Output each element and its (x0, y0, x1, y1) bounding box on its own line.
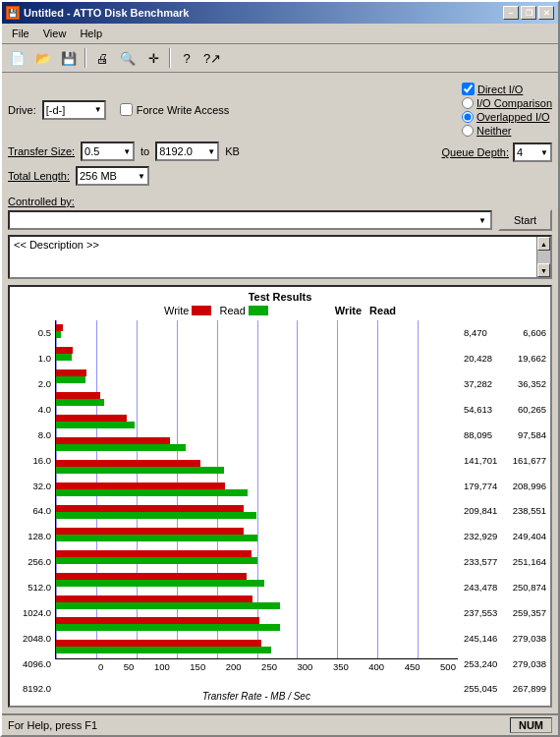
col-read-header: Read (369, 305, 396, 316)
total-length-row: Total Length: 256 MB ▼ (8, 166, 552, 186)
preview-button[interactable]: 🔍 (116, 47, 140, 69)
value-row: 233,577251,164 (464, 556, 546, 567)
read-bar (56, 444, 186, 451)
direct-io-label: Direct I/O (477, 84, 523, 95)
value-row: 209,841238,551 (464, 505, 546, 516)
io-comparison-option: I/O Comparison (462, 97, 552, 109)
description-box: << Description >> ▲ ▼ (8, 235, 552, 279)
read-bar (56, 376, 85, 383)
write-legend-item: Write (164, 305, 211, 316)
drive-value: [-d-] (46, 104, 66, 116)
overlapped-io-radio[interactable] (462, 111, 474, 123)
scroll-down-button[interactable]: ▼ (537, 263, 550, 277)
queue-depth-arrow-icon: ▼ (536, 148, 548, 157)
read-bar (56, 422, 135, 428)
about-button[interactable]: ?↗ (200, 47, 224, 69)
queue-depth-select[interactable]: 4 ▼ (513, 142, 552, 162)
to-select[interactable]: 8192.0 ▼ (155, 142, 219, 161)
read-value: 60,265 (518, 404, 546, 415)
kb-label: KB (225, 145, 240, 157)
from-select[interactable]: 0.5 ▼ (81, 142, 135, 161)
statusbar: For Help, press F1 NUM (2, 713, 558, 735)
neither-radio[interactable] (462, 125, 474, 137)
bar-row (56, 594, 458, 611)
minimize-button[interactable]: − (503, 6, 519, 20)
write-value: 232,929 (464, 531, 497, 541)
read-legend-color (249, 306, 268, 315)
save-button[interactable]: 💾 (57, 47, 81, 69)
bar-row (56, 548, 458, 566)
read-bar (56, 512, 256, 519)
neither-option: Neither (462, 125, 552, 137)
menu-help[interactable]: Help (74, 26, 108, 41)
force-write-label: Force Write Access (137, 104, 230, 116)
write-bar (56, 482, 225, 489)
bar-row (56, 526, 458, 543)
read-bar (56, 331, 61, 338)
value-row: 237,553259,357 (464, 607, 546, 618)
read-bar (56, 580, 264, 587)
write-value: 54,613 (464, 404, 492, 415)
scroll-track (537, 251, 550, 263)
read-value: 279,038 (513, 658, 546, 669)
x-axis: 050100150200250300350400450500 (55, 659, 458, 689)
controlled-by-input[interactable]: ▼ (8, 210, 492, 230)
menubar: File View Help (2, 24, 558, 44)
write-bar (56, 528, 244, 535)
read-bar (56, 624, 280, 631)
write-bar (56, 347, 73, 354)
total-length-select[interactable]: 256 MB ▼ (76, 166, 149, 186)
start-button[interactable]: Start (498, 209, 552, 231)
read-value: 208,996 (513, 481, 546, 491)
menu-file[interactable]: File (6, 26, 35, 41)
read-value: 6,606 (523, 327, 546, 338)
write-bar (56, 617, 259, 624)
overlapped-io-label: Overlapped I/O (476, 111, 550, 123)
read-bar (56, 557, 257, 564)
restore-button[interactable]: ❐ (521, 6, 536, 20)
new-button[interactable]: 📄 (6, 47, 29, 69)
io-comparison-radio[interactable] (462, 97, 474, 109)
menu-view[interactable]: View (37, 26, 73, 41)
to-value: 8192.0 (159, 145, 193, 157)
write-legend-color (192, 306, 211, 315)
queue-depth-label: Queue Depth: (442, 146, 510, 158)
help-button[interactable]: ? (175, 47, 198, 69)
controlled-by-arrow-icon: ▼ (478, 216, 486, 225)
window-title: Untitled - ATTO Disk Benchmark (24, 7, 503, 19)
read-bar (56, 489, 248, 496)
read-bar (56, 354, 72, 361)
force-write-checkbox[interactable] (120, 103, 133, 116)
to-label: to (140, 145, 149, 157)
window-controls: − ❐ ✕ (503, 6, 554, 20)
bar-row (56, 481, 458, 498)
num-indicator: NUM (510, 717, 552, 733)
description-scrollbar[interactable]: ▲ ▼ (536, 237, 550, 277)
scroll-up-button[interactable]: ▲ (537, 237, 550, 251)
total-length-value: 256 MB (80, 170, 117, 182)
direct-io-checkbox[interactable] (462, 83, 475, 95)
close-button[interactable]: ✕ (538, 6, 554, 20)
read-bar (56, 602, 280, 609)
drive-select[interactable]: [-d-] ▼ (42, 100, 106, 120)
main-window: 💾 Untitled - ATTO Disk Benchmark − ❐ ✕ F… (0, 0, 560, 737)
read-value: 19,662 (518, 353, 546, 364)
chart-title: Test Results (14, 291, 546, 303)
toolbar: 📄 📂 💾 🖨 🔍 ✛ ? ?↗ (2, 44, 558, 73)
open-button[interactable]: 📂 (31, 47, 55, 69)
write-value: 255,045 (464, 683, 497, 694)
statusbar-right: NUM (510, 717, 552, 733)
content-area: Drive: [-d-] ▼ Force Write Access Direct… (2, 73, 558, 713)
value-row: 245,146279,038 (464, 633, 546, 644)
bar-row (56, 435, 458, 453)
print-button[interactable]: 🖨 (90, 47, 114, 69)
io-comparison-label: I/O Comparison (476, 97, 552, 109)
write-bar (56, 437, 170, 444)
value-row: 232,929249,404 (464, 531, 546, 541)
read-bar (56, 647, 271, 653)
queue-depth-value: 4 (517, 146, 523, 158)
write-value: 253,240 (464, 658, 497, 669)
value-row: 255,045267,899 (464, 683, 546, 694)
read-bar (56, 467, 224, 474)
crosshair-button[interactable]: ✛ (141, 47, 165, 69)
